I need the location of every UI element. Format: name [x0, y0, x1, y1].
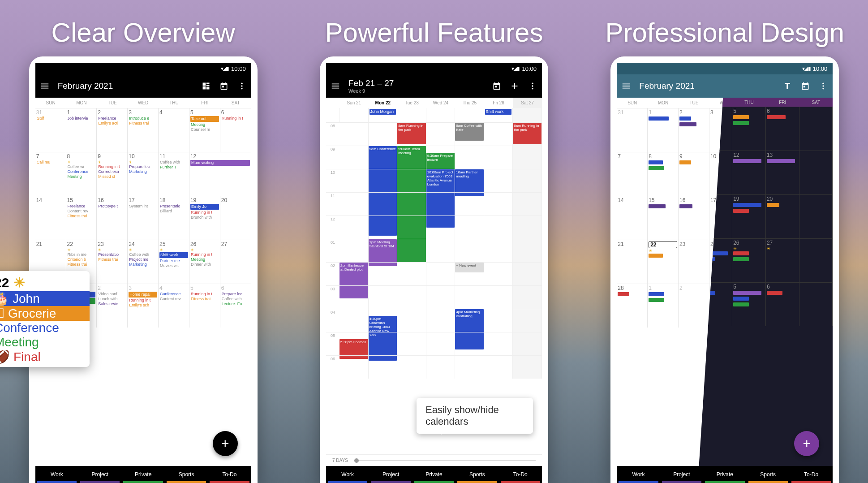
more-icon[interactable] [237, 81, 247, 91]
fab-add[interactable]: + [213, 431, 238, 456]
appbar: February 2021 [617, 74, 833, 98]
day-cell[interactable]: 10☀Prepare lecMarketing [128, 152, 159, 196]
svg-point-0 [241, 83, 242, 84]
day-cell[interactable]: 11Coffee withFurther T [159, 152, 189, 196]
today-icon[interactable] [219, 81, 229, 91]
tab-project[interactable]: Project [78, 466, 121, 483]
day-cell[interactable]: 2FreelanceEmily's acti [97, 108, 128, 152]
more-icon[interactable] [528, 81, 537, 91]
day-cell[interactable]: 6Prepare lecCoffee withLecture: Fu [220, 284, 251, 328]
statusbar: ▾◢ ▮ 10:00 [326, 63, 542, 74]
tab-private[interactable]: Private [413, 466, 455, 483]
tab-private[interactable]: Private [703, 466, 746, 483]
day-cell[interactable]: 4ConferenceContent rev [159, 284, 189, 328]
day-cell[interactable]: 4 [159, 108, 189, 152]
appbar-title[interactable]: February 2021 [639, 81, 774, 91]
svg-point-2 [241, 88, 242, 89]
day-cell[interactable]: 21 [617, 240, 648, 284]
day-cell[interactable]: 14 [617, 196, 648, 240]
day-cell[interactable]: 6Running in t [220, 108, 251, 152]
menu-icon[interactable] [331, 81, 340, 91]
day-cell[interactable]: 3Introduce eFitness trai [128, 108, 159, 152]
day-cell[interactable]: 19Emily JoRunning in tBrunch with [189, 196, 220, 240]
panel-professional-design: Professional Design ▾◢ ▮ 10:00 February … [586, 0, 864, 483]
day-cell[interactable]: 3Home repaiRunning in tEmily's sch [128, 284, 159, 328]
day-cell[interactable]: 15 [648, 196, 679, 240]
svg-point-4 [532, 85, 533, 86]
day-cell[interactable]: 17System int [128, 196, 159, 240]
text-icon[interactable] [782, 81, 792, 91]
day-cell[interactable]: 1 [648, 108, 679, 152]
day-cell[interactable]: 2 [679, 284, 709, 328]
day-cell-today[interactable]: 22☀ [648, 240, 679, 284]
day-cell[interactable]: 26☀Running in tMeetingDinner with [189, 240, 220, 284]
fab-add[interactable]: + [794, 431, 819, 456]
day-cell[interactable]: 16 [679, 196, 709, 240]
day-cell[interactable]: 5Take outMeetingCounsel m [189, 108, 220, 152]
dayает-detail-card: 22☀ 🎂 John ☐ Grocerie Conference Meeting… [0, 271, 90, 367]
zoom-label: 7 DAYS [332, 458, 348, 463]
tab-sports[interactable]: Sports [455, 466, 498, 483]
svg-point-7 [823, 85, 824, 86]
day-cell[interactable]: 9 [679, 152, 709, 196]
day-cell[interactable]: 8 [648, 152, 679, 196]
day-cell[interactable]: 27 [220, 240, 251, 284]
today-icon[interactable] [800, 81, 810, 91]
day-cell[interactable]: 23☀PresentatioFitness trai [97, 240, 128, 284]
zoom-footer[interactable]: 7 DAYS [326, 454, 542, 466]
tab-project[interactable]: Project [369, 466, 412, 483]
appbar-title[interactable]: February 2021 [58, 81, 193, 91]
more-icon[interactable] [818, 81, 828, 91]
tab-private[interactable]: Private [121, 466, 164, 483]
tab-work[interactable]: Work [326, 466, 369, 483]
day-cell[interactable]: 28 [617, 284, 648, 328]
tab-todo[interactable]: To-Do [790, 466, 833, 483]
day-cell[interactable]: 20 [220, 196, 251, 240]
bottom-tabs: Work Project Private Sports To-Do [35, 466, 251, 483]
day-cell[interactable]: 25☀Shift workPartner meMovies wit [159, 240, 189, 284]
event-john[interactable]: 🎂 John [0, 291, 90, 306]
day-cell[interactable]: 15FreelanceContent revFitness trai [66, 196, 97, 240]
day-cell[interactable]: 31Golf [35, 108, 66, 152]
day-cell[interactable]: 2 [679, 108, 709, 152]
weekday-header: Sun 21 Mon 22 Tue 23 Wed 24 Thu 25 Fri 2… [326, 98, 542, 108]
signal-icon: ▾◢ ▮ [511, 65, 519, 72]
day-cell[interactable]: 7 [617, 152, 648, 196]
tab-sports[interactable]: Sports [747, 466, 790, 483]
tab-todo[interactable]: To-Do [499, 466, 542, 483]
tab-sports[interactable]: Sports [165, 466, 208, 483]
event-meeting[interactable]: Meeting [0, 335, 90, 349]
event-final[interactable]: 🏈 Final [0, 349, 90, 364]
day-cell[interactable]: 1Job intervie [66, 108, 97, 152]
day-cell[interactable]: 8☀Coffee wiConferenceMeeting [66, 152, 97, 196]
add-icon[interactable] [510, 81, 520, 91]
menu-icon[interactable] [40, 81, 50, 91]
menu-icon[interactable] [621, 81, 631, 91]
day-cell[interactable]: 23 [679, 240, 709, 284]
day-cell[interactable]: 9☀Running in tCorrect esaMissed cl [97, 152, 128, 196]
svg-point-6 [823, 83, 824, 84]
tab-project[interactable]: Project [660, 466, 703, 483]
day-cell[interactable]: 14 [35, 196, 66, 240]
tab-work[interactable]: Work [617, 466, 660, 483]
day-cell[interactable]: 1 [648, 284, 679, 328]
today-icon[interactable] [492, 81, 502, 91]
panel-clear-overview: Clear Overview ▾◢ ▮ 10:00 February 2021 … [4, 0, 282, 483]
day-cell[interactable]: 16Prototype t [97, 196, 128, 240]
phone-frame-3: ▾◢ ▮ 10:00 February 2021 SUNMONTUEWEDTHU… [610, 56, 839, 483]
appbar-title[interactable]: Feb 21 – 27 [348, 78, 484, 88]
tab-todo[interactable]: To-Do [208, 466, 251, 483]
tab-work[interactable]: Work [35, 466, 78, 483]
day-cell[interactable]: 24☀Coffee withProject meMarketing [128, 240, 159, 284]
day-cell[interactable]: 31 [617, 108, 648, 152]
event-conference[interactable]: Conference [0, 321, 90, 335]
day-cell[interactable]: 5Running in tFitness trai [189, 284, 220, 328]
day-cell[interactable]: 7Call mu [35, 152, 66, 196]
event-grocerie[interactable]: ☐ Grocerie [0, 306, 90, 321]
day-cell[interactable]: 2Video confLunch withSales revie [97, 284, 128, 328]
day-cell[interactable]: 18PresentatioBilliard [159, 196, 189, 240]
day-cell[interactable]: 12Mum visiting [189, 152, 251, 196]
zoom-slider[interactable] [354, 460, 536, 461]
panel-title: Professional Design [606, 18, 845, 47]
dashboard-icon[interactable] [201, 81, 211, 91]
